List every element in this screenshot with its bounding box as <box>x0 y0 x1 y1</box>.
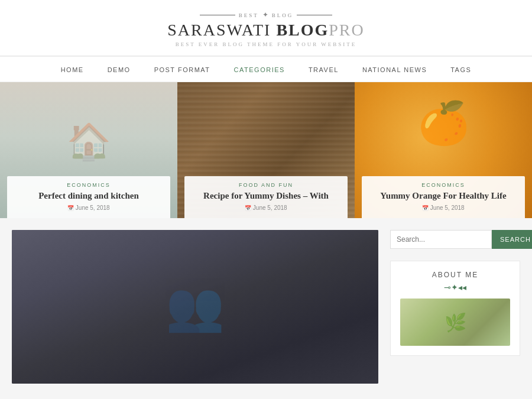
site-title: SARASWATI BLOGPRO <box>6 21 526 40</box>
card-overlay-1: ECONOMICS Perfect dining and kitchen Jun… <box>7 176 170 219</box>
about-title: ABOUT ME <box>400 271 510 279</box>
deco-blog: BLOG <box>272 12 294 18</box>
about-deco: ⊸✦◂◂ <box>400 283 510 293</box>
card-date-2: June 5, 2018 <box>193 205 339 211</box>
title-blog: BLOG <box>276 21 329 39</box>
search-input[interactable] <box>390 230 492 249</box>
featured-card-2[interactable]: FOOD AND FUN Recipe for Yummy Dishes – W… <box>177 82 355 218</box>
nav-demo[interactable]: DEMO <box>97 66 141 73</box>
card-title-3: Yummy Orange For Healthy Life <box>370 190 517 202</box>
about-image <box>400 299 510 346</box>
card-title-1: Perfect dining and kitchen <box>15 190 162 202</box>
header-decoration: BEST ✦ BLOG <box>6 11 526 20</box>
main-content: SEARCH ABOUT ME ⊸✦◂◂ <box>0 218 532 395</box>
main-nav: HOME DEMO POST FORMAT CATEGORIES TRAVEL … <box>0 56 532 82</box>
nav-travel[interactable]: TRAVEL <box>298 66 349 73</box>
search-box: SEARCH <box>390 230 520 249</box>
deco-best: BEST <box>239 12 259 18</box>
site-header: BEST ✦ BLOG SARASWATI BLOGPRO BEST EVER … <box>0 0 532 56</box>
featured-posts-grid: ECONOMICS Perfect dining and kitchen Jun… <box>0 82 532 218</box>
nav-post-format[interactable]: POST FORMAT <box>144 66 221 73</box>
card-category-1: ECONOMICS <box>15 182 162 188</box>
post-area <box>12 230 378 384</box>
title-saraswati: SARASWATI <box>167 21 276 39</box>
featured-card-3[interactable]: ECONOMICS Yummy Orange For Healthy Life … <box>355 82 532 218</box>
card-category-3: ECONOMICS <box>370 182 517 188</box>
post-featured-image <box>12 230 378 384</box>
card-title-2: Recipe for Yummy Dishes – With <box>193 190 339 202</box>
title-pro: PRO <box>329 21 364 39</box>
card-category-2: FOOD AND FUN <box>193 182 339 188</box>
site-subtitle: BEST EVER BLOG THEME FOR YOUR WEBSITE <box>6 41 526 47</box>
card-date-3: June 5, 2018 <box>370 205 517 211</box>
card-overlay-3: ECONOMICS Yummy Orange For Healthy Life … <box>362 176 525 219</box>
nav-home[interactable]: HOME <box>50 66 95 73</box>
nav-tags[interactable]: TAGS <box>440 66 482 73</box>
featured-card-1[interactable]: ECONOMICS Perfect dining and kitchen Jun… <box>0 82 177 218</box>
search-button[interactable]: SEARCH <box>492 230 532 249</box>
nav-national-news[interactable]: NATIONAL NEWS <box>352 66 437 73</box>
card-overlay-2: FOOD AND FUN Recipe for Yummy Dishes – W… <box>184 176 348 219</box>
card-date-1: June 5, 2018 <box>15 205 162 211</box>
deco-line-left <box>200 15 235 15</box>
deco-line-right <box>297 15 332 15</box>
sidebar: SEARCH ABOUT ME ⊸✦◂◂ <box>390 230 520 384</box>
people-silhouette <box>67 276 323 338</box>
about-box: ABOUT ME ⊸✦◂◂ <box>390 261 520 356</box>
nav-categories[interactable]: CATEGORIES <box>223 66 296 73</box>
deco-bird-icon: ✦ <box>262 11 268 20</box>
